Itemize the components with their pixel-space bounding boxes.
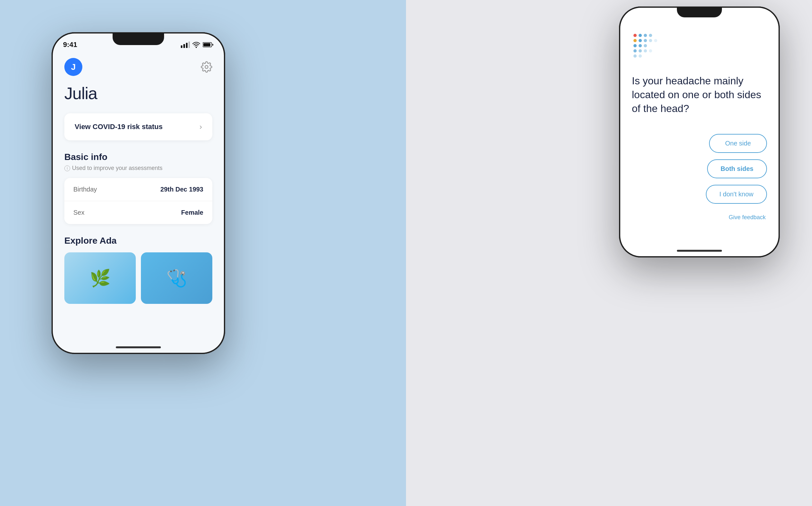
answer-options: One side Both sides I don't know <box>632 134 767 204</box>
svg-point-8 <box>639 34 642 37</box>
sex-row[interactable]: Sex Female <box>64 201 212 224</box>
phone-frame-left: 9:41 <box>52 32 225 354</box>
basic-info-title: Basic info <box>64 152 212 162</box>
app-content-right: Is your headache mainly located on one o… <box>620 23 779 227</box>
phone-right: Is your headache mainly located on one o… <box>619 6 780 257</box>
question-text: Is your headache mainly located on one o… <box>632 74 767 116</box>
svg-point-16 <box>633 44 637 47</box>
svg-rect-3 <box>189 41 190 48</box>
status-time: 9:41 <box>63 40 77 49</box>
svg-rect-5 <box>203 43 210 47</box>
svg-point-15 <box>654 39 657 42</box>
svg-point-6 <box>205 66 208 69</box>
svg-point-12 <box>639 39 642 42</box>
svg-point-14 <box>649 39 652 42</box>
explore-card-1[interactable]: 🌿 <box>64 252 136 304</box>
wifi-icon <box>192 41 200 48</box>
svg-point-20 <box>639 49 642 53</box>
ada-logo-svg <box>632 32 661 61</box>
svg-point-7 <box>633 34 637 37</box>
give-feedback[interactable]: Give feedback <box>632 214 766 221</box>
svg-point-10 <box>649 34 652 37</box>
battery-icon <box>203 42 214 48</box>
phone-frame-right: Is your headache mainly located on one o… <box>619 6 780 257</box>
phone-screen-right: Is your headache mainly located on one o… <box>620 8 779 256</box>
status-icons <box>181 41 214 48</box>
option-dont-know[interactable]: I don't know <box>706 185 767 204</box>
covid-card[interactable]: View COVID-19 risk status › <box>64 113 212 140</box>
phone-screen-left: 9:41 <box>53 33 224 353</box>
explore-illustration-1: 🌿 <box>64 252 136 304</box>
basic-info-card: Birthday 29th Dec 1993 Sex Female <box>64 178 212 224</box>
header-row: J <box>64 58 212 76</box>
covid-label: View COVID-19 risk status <box>75 122 163 131</box>
explore-card-2[interactable]: 🩺 <box>141 252 212 304</box>
info-icon: i <box>64 165 70 171</box>
app-content-left: J Julia View COVID-19 risk status › Basi… <box>53 52 224 310</box>
option-both-sides[interactable]: Both sides <box>707 159 767 178</box>
svg-point-18 <box>644 44 647 47</box>
phone-left: 9:41 <box>52 32 225 354</box>
settings-icon[interactable] <box>201 61 212 73</box>
svg-point-23 <box>633 55 637 58</box>
birthday-label: Birthday <box>73 186 97 193</box>
svg-point-17 <box>639 44 642 47</box>
notch-left <box>113 33 164 45</box>
svg-point-24 <box>639 55 642 58</box>
svg-point-13 <box>644 39 647 42</box>
birthday-row[interactable]: Birthday 29th Dec 1993 <box>64 178 212 201</box>
notch-right <box>677 8 722 17</box>
svg-point-11 <box>633 39 637 42</box>
signal-icon <box>181 41 190 48</box>
svg-point-9 <box>644 34 647 37</box>
option-one-side[interactable]: One side <box>709 134 767 153</box>
svg-rect-2 <box>186 43 188 48</box>
avatar: J <box>64 58 82 76</box>
birthday-value: 29th Dec 1993 <box>161 186 203 193</box>
explore-cards: 🌿 🩺 <box>64 252 212 304</box>
svg-point-21 <box>644 49 647 53</box>
svg-rect-1 <box>183 44 185 48</box>
svg-rect-0 <box>181 46 182 48</box>
svg-point-22 <box>649 49 652 53</box>
chevron-right-icon: › <box>199 122 202 131</box>
sex-value: Female <box>181 209 203 216</box>
ada-logo <box>632 32 661 61</box>
user-name: Julia <box>64 84 212 103</box>
svg-point-19 <box>633 49 637 53</box>
home-indicator-left <box>116 346 161 348</box>
explore-illustration-2: 🩺 <box>141 252 212 304</box>
sex-label: Sex <box>73 209 84 216</box>
basic-info-subtitle: i Used to improve your assessments <box>64 165 212 172</box>
home-indicator-right <box>677 250 722 252</box>
explore-title: Explore Ada <box>64 236 212 246</box>
